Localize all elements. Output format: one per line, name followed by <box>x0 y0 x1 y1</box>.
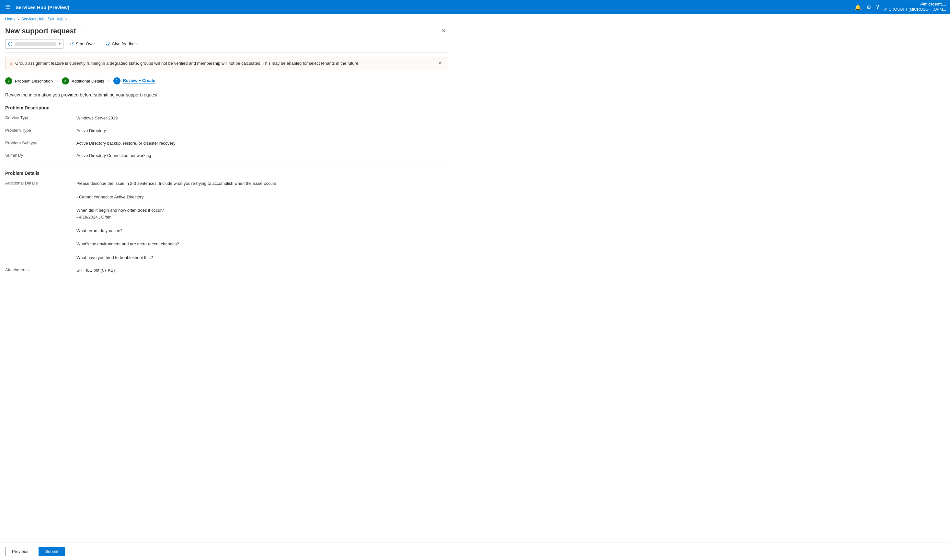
start-over-icon: ↺ <box>70 42 74 47</box>
field-row-problem-subtype: Problem Subtype Active Directory backup,… <box>5 140 448 147</box>
field-row-problem-type: Problem Type Active Directory <box>5 128 448 134</box>
alert-banner: ℹ Group assignment feature is currently … <box>5 57 448 70</box>
bell-icon[interactable]: 🔔 <box>855 4 861 10</box>
page-title: New support request <box>5 27 76 35</box>
additional-details-line-3: - 4/18/2024 , Often <box>76 214 448 221</box>
topbar-icons: 🔔 ⚙ ? @microsoft.... MICROSOFT (MICROSOF… <box>855 2 946 12</box>
group-icon: ⬡ <box>8 41 12 47</box>
start-over-label: Start Over <box>76 42 95 46</box>
review-subtitle: Review the information you provided befo… <box>5 92 448 99</box>
give-feedback-button[interactable]: 🗨 Give feedback <box>101 40 142 49</box>
page-title-row: New support request ··· ✕ <box>5 24 448 39</box>
breadcrumb-sep-2: > <box>65 17 67 21</box>
user-tenant: MICROSOFT (MICROSOFT.ONM... <box>884 7 946 12</box>
additional-details-line-1: - Cannot connect to Active Directory <box>76 194 448 201</box>
step-3-label: Review + Create <box>123 78 156 84</box>
step-1-circle: ✓ <box>5 77 12 85</box>
page-wrapper: Home > Services Hub | Self Help > New su… <box>0 14 950 560</box>
additional-details-value: Please describe the issue in 2-3 sentenc… <box>76 180 448 261</box>
close-button[interactable]: ✕ <box>439 26 448 35</box>
field-row-additional-details: Additional Details Please describe the i… <box>5 180 448 261</box>
toolbar: ⬡ ▾ ↺ Start Over 🗨 Give feedback <box>5 39 448 53</box>
problem-type-label: Problem Type <box>5 128 76 133</box>
field-row-summary: Summary Active Directory Connection not … <box>5 152 448 159</box>
additional-details-line-6: What have you tried to troubleshoot this… <box>76 254 448 261</box>
service-type-value: Windows Server 2019 <box>76 115 448 122</box>
main-container: New support request ··· ✕ ⬡ ▾ ↺ Start Ov… <box>0 24 453 285</box>
additional-details-line-0: Please describe the issue in 2-3 sentenc… <box>76 180 448 187</box>
additional-details-line-5: What's the environment and are there rec… <box>76 241 448 248</box>
step-sep-1: › <box>57 78 58 83</box>
step-review-create[interactable]: 1 Review + Create <box>113 75 156 87</box>
alert-icon: ℹ <box>10 60 12 67</box>
submit-button[interactable]: Submit <box>39 547 65 556</box>
hamburger-menu-icon[interactable]: ☰ <box>4 2 12 12</box>
previous-button[interactable]: Previous <box>5 547 35 556</box>
settings-icon[interactable]: ⚙ <box>867 4 871 10</box>
user-email: @microsoft.... <box>884 2 946 7</box>
service-type-label: Service Type <box>5 115 76 120</box>
steps-row: ✓ Problem Description › ✓ Additional Det… <box>5 75 448 87</box>
additional-details-label: Additional Details <box>5 180 76 186</box>
more-options-icon[interactable]: ··· <box>79 28 83 34</box>
step-3-circle: 1 <box>113 77 120 85</box>
step-2-circle: ✓ <box>62 77 69 85</box>
page-title-left: New support request ··· <box>5 27 83 35</box>
feedback-icon: 🗨 <box>105 42 110 47</box>
alert-close-button[interactable]: ✕ <box>437 60 443 65</box>
step-2-label: Additional Details <box>72 78 104 83</box>
problem-subtype-label: Problem Subtype <box>5 140 76 145</box>
section-divider-1 <box>5 165 448 165</box>
problem-details-heading: Problem Details <box>5 171 448 176</box>
field-row-service-type: Service Type Windows Server 2019 <box>5 115 448 122</box>
breadcrumb: Home > Services Hub | Self Help > <box>0 14 950 24</box>
problem-type-value: Active Directory <box>76 128 448 134</box>
alert-text: Group assignment feature is currently ru… <box>15 60 434 67</box>
attachments-label: Attachments <box>5 267 76 272</box>
summary-value: Active Directory Connection not working <box>76 152 448 159</box>
summary-label: Summary <box>5 152 76 158</box>
step-additional-details[interactable]: ✓ Additional Details <box>62 75 104 87</box>
start-over-button[interactable]: ↺ Start Over <box>66 40 99 49</box>
give-feedback-label: Give feedback <box>112 42 139 46</box>
step-problem-description[interactable]: ✓ Problem Description <box>5 75 53 87</box>
breadcrumb-self-help[interactable]: Services Hub | Self Help <box>22 17 63 22</box>
group-selector[interactable]: ⬡ ▾ <box>5 39 63 49</box>
topbar: ☰ Services Hub (Preview) 🔔 ⚙ ? @microsof… <box>0 0 950 14</box>
breadcrumb-home[interactable]: Home <box>5 17 15 22</box>
field-row-attachments: Attachments SH FILE.pdf (67 KB) <box>5 267 448 274</box>
user-profile[interactable]: @microsoft.... MICROSOFT (MICROSOFT.ONM.… <box>884 2 946 12</box>
attachments-value: SH FILE.pdf (67 KB) <box>76 267 448 274</box>
problem-description-heading: Problem Description <box>5 105 448 111</box>
app-title: Services Hub (Preview) <box>15 5 851 10</box>
footer: Previous Submit <box>0 543 950 560</box>
page-content: Home > Services Hub | Self Help > New su… <box>0 14 950 560</box>
step-sep-2: › <box>108 78 109 83</box>
help-icon[interactable]: ? <box>876 4 879 10</box>
additional-details-line-2: When did it begin and how often does it … <box>76 207 448 214</box>
step-1-label: Problem Description <box>15 78 53 83</box>
additional-details-line-4: What errors do you see? <box>76 228 448 234</box>
chevron-down-icon: ▾ <box>59 42 60 46</box>
problem-subtype-value: Active Directory backup, restore, or dis… <box>76 140 448 147</box>
group-text-placeholder <box>15 42 56 46</box>
breadcrumb-sep-1: > <box>17 17 19 21</box>
